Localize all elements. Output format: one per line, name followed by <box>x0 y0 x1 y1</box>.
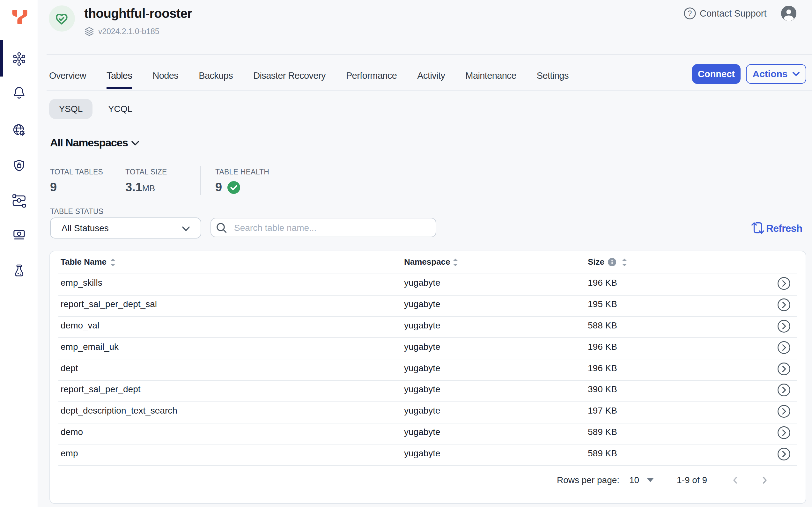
svg-text:?: ? <box>688 9 692 17</box>
